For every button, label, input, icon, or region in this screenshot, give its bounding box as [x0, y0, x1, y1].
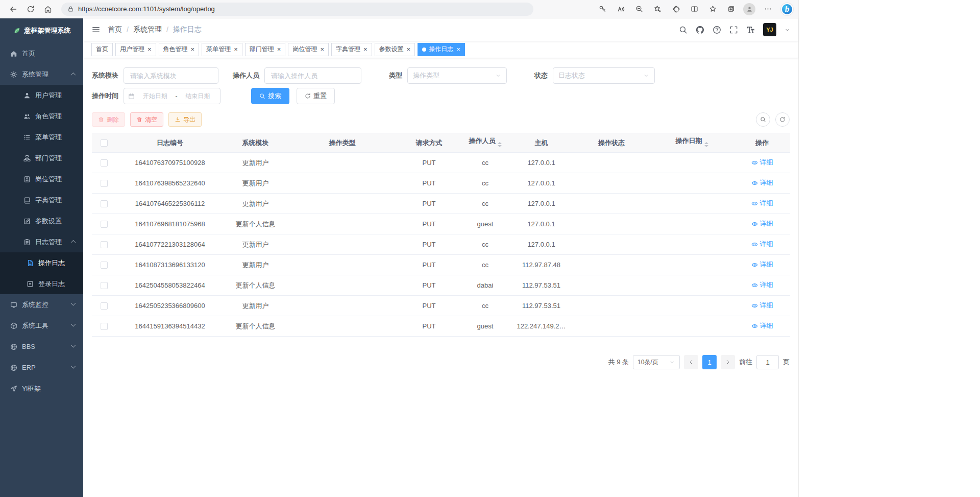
close-icon[interactable]: ×: [148, 46, 152, 53]
sidebar-item-operlog[interactable]: 操作日志: [0, 252, 83, 273]
browser-menu-button[interactable]: [760, 2, 776, 17]
sidebar-item-tools[interactable]: 系统工具: [0, 315, 83, 336]
module-input[interactable]: [124, 67, 218, 84]
close-icon[interactable]: ×: [234, 46, 238, 53]
row-checkbox[interactable]: [101, 241, 108, 248]
read-aloud-button[interactable]: [612, 2, 629, 17]
detail-link[interactable]: 详细: [751, 301, 773, 310]
tab-role[interactable]: 角色管理×: [159, 43, 200, 56]
sort-carets-icon[interactable]: [704, 140, 708, 149]
prev-page-button[interactable]: [684, 355, 698, 369]
sidebar-item-menu[interactable]: 菜单管理: [0, 127, 83, 148]
user-avatar[interactable]: YJ: [763, 23, 776, 36]
select-all-checkbox[interactable]: [101, 139, 108, 147]
collections-button[interactable]: [723, 2, 739, 17]
detail-link[interactable]: 详细: [751, 178, 773, 187]
close-icon[interactable]: ×: [191, 46, 195, 53]
favorites-bar-button[interactable]: [704, 2, 721, 17]
sidebar-item-yiframe[interactable]: Yi框架: [0, 378, 83, 399]
refresh-table-button[interactable]: [775, 112, 790, 127]
sidebar-item-role[interactable]: 角色管理: [0, 106, 83, 127]
row-checkbox[interactable]: [101, 159, 108, 167]
sidebar-item-erp[interactable]: ERP: [0, 357, 83, 378]
tab-menu[interactable]: 菜单管理×: [202, 43, 242, 56]
header-search-icon[interactable]: [679, 26, 688, 34]
reset-button[interactable]: 重置: [297, 88, 335, 104]
row-checkbox[interactable]: [101, 302, 108, 310]
close-icon[interactable]: ×: [456, 46, 460, 53]
sidebar-item-home[interactable]: 首页: [0, 43, 83, 64]
add-favorite-button[interactable]: [649, 2, 666, 17]
toggle-search-button[interactable]: [756, 112, 770, 127]
goto-page-input[interactable]: [756, 355, 779, 369]
password-manager-button[interactable]: [594, 2, 610, 17]
address-bar[interactable]: https://ccnetcore.com:1101/system/log/op…: [61, 3, 533, 16]
type-select[interactable]: 操作类型: [407, 67, 507, 84]
browser-back-button[interactable]: [5, 2, 21, 17]
detail-link[interactable]: 详细: [751, 240, 773, 249]
detail-link[interactable]: 详细: [751, 219, 773, 228]
clear-button[interactable]: 清空: [130, 112, 163, 127]
row-checkbox[interactable]: [101, 180, 108, 187]
search-button[interactable]: 搜索: [251, 88, 289, 104]
close-icon[interactable]: ×: [320, 46, 324, 53]
avatar-caret-icon[interactable]: [785, 27, 790, 33]
tab-post[interactable]: 岗位管理×: [288, 43, 329, 56]
profile-button[interactable]: [741, 2, 757, 17]
tab-home[interactable]: 首页: [91, 43, 113, 56]
extensions-button[interactable]: [668, 2, 684, 17]
column-header-date[interactable]: 操作日期: [650, 133, 734, 153]
browser-refresh-button[interactable]: [22, 2, 39, 17]
tab-dict[interactable]: 字典管理×: [331, 43, 372, 56]
row-checkbox[interactable]: [101, 262, 108, 269]
row-checkbox[interactable]: [101, 200, 108, 207]
close-icon[interactable]: ×: [407, 46, 411, 53]
sidebar-item-param[interactable]: 参数设置: [0, 210, 83, 231]
browser-home-button[interactable]: [40, 2, 56, 17]
detail-link[interactable]: 详细: [751, 260, 773, 269]
row-checkbox[interactable]: [101, 323, 108, 330]
sidebar-item-system[interactable]: 系统管理: [0, 64, 83, 85]
help-icon[interactable]: [713, 26, 721, 34]
page-1-button[interactable]: 1: [702, 355, 717, 369]
breadcrumb-item[interactable]: 首页: [108, 25, 122, 34]
tab-param[interactable]: 参数设置×: [375, 43, 415, 56]
detail-link[interactable]: 详细: [751, 321, 773, 330]
sidebar-item-monitor[interactable]: 系统监控: [0, 294, 83, 315]
column-header-operator[interactable]: 操作人员: [461, 133, 509, 153]
detail-link[interactable]: 详细: [751, 158, 773, 167]
page-size-select[interactable]: 10条/页: [633, 355, 680, 369]
sidebar-toggle-icon[interactable]: [91, 25, 101, 34]
sidebar-item-bbs[interactable]: BBS: [0, 336, 83, 357]
row-checkbox[interactable]: [101, 282, 108, 289]
close-icon[interactable]: ×: [277, 46, 281, 53]
sidebar-item-dept[interactable]: 部门管理: [0, 148, 83, 169]
sidebar-item-loginlog[interactable]: 登录日志: [0, 273, 83, 294]
github-icon[interactable]: [696, 26, 704, 34]
date-range-picker[interactable]: 开始日期 - 结束日期: [124, 88, 220, 104]
detail-link[interactable]: 详细: [751, 199, 773, 208]
tab-dept[interactable]: 部门管理×: [245, 43, 286, 56]
tab-user[interactable]: 用户管理×: [115, 43, 156, 56]
close-icon[interactable]: ×: [363, 46, 368, 53]
sidebar-item-log[interactable]: 日志管理: [0, 231, 83, 252]
sort-carets-icon[interactable]: [498, 140, 502, 149]
font-size-icon[interactable]: [746, 26, 755, 34]
delete-button[interactable]: 删除: [92, 112, 125, 127]
bing-logo[interactable]: b: [781, 3, 793, 15]
sidebar-item-dict[interactable]: 字典管理: [0, 190, 83, 210]
sidebar-item-post[interactable]: 岗位管理: [0, 169, 83, 190]
site-info-icon[interactable]: [67, 6, 74, 12]
tab-operlog[interactable]: 操作日志×: [418, 43, 465, 56]
zoom-out-button[interactable]: [631, 2, 647, 17]
export-button[interactable]: 导出: [168, 112, 202, 127]
status-select[interactable]: 日志状态: [553, 67, 655, 84]
split-screen-button[interactable]: [686, 2, 702, 17]
operator-input[interactable]: [264, 67, 361, 84]
sidebar-item-user[interactable]: 用户管理: [0, 85, 83, 106]
row-checkbox[interactable]: [101, 221, 108, 228]
next-page-button[interactable]: [721, 355, 735, 369]
breadcrumb-item[interactable]: 系统管理: [133, 25, 162, 34]
detail-link[interactable]: 详细: [751, 280, 773, 290]
fullscreen-icon[interactable]: [729, 26, 738, 34]
